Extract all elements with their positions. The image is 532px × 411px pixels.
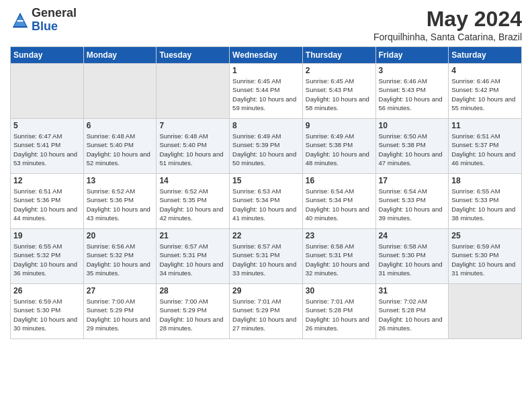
week-row-2: 12Sunrise: 6:51 AM Sunset: 5:36 PM Dayli… <box>11 174 522 229</box>
day-cell: 14Sunrise: 6:52 AM Sunset: 5:35 PM Dayli… <box>157 174 230 229</box>
day-number: 5 <box>13 121 81 130</box>
day-cell <box>11 64 84 119</box>
day-cell: 1Sunrise: 6:45 AM Sunset: 5:44 PM Daylig… <box>230 64 303 119</box>
header: General Blue May 2024 Forquilhinha, Sant… <box>10 7 522 42</box>
day-cell: 24Sunrise: 6:58 AM Sunset: 5:30 PM Dayli… <box>375 229 449 284</box>
day-info: Sunrise: 6:59 AM Sunset: 5:30 PM Dayligh… <box>451 242 519 277</box>
day-info: Sunrise: 6:59 AM Sunset: 5:30 PM Dayligh… <box>13 297 81 332</box>
day-number: 10 <box>379 121 446 130</box>
day-info: Sunrise: 6:48 AM Sunset: 5:40 PM Dayligh… <box>159 132 226 167</box>
day-number: 24 <box>379 231 446 240</box>
day-info: Sunrise: 6:47 AM Sunset: 5:41 PM Dayligh… <box>13 132 81 167</box>
day-info: Sunrise: 6:52 AM Sunset: 5:36 PM Dayligh… <box>87 187 154 222</box>
day-cell: 26Sunrise: 6:59 AM Sunset: 5:30 PM Dayli… <box>11 284 84 339</box>
week-row-4: 26Sunrise: 6:59 AM Sunset: 5:30 PM Dayli… <box>11 284 522 339</box>
week-row-3: 19Sunrise: 6:55 AM Sunset: 5:32 PM Dayli… <box>11 229 522 284</box>
day-number: 19 <box>13 231 81 240</box>
day-cell: 10Sunrise: 6:50 AM Sunset: 5:38 PM Dayli… <box>375 119 449 174</box>
day-info: Sunrise: 6:58 AM Sunset: 5:31 PM Dayligh… <box>306 242 373 277</box>
day-cell: 19Sunrise: 6:55 AM Sunset: 5:32 PM Dayli… <box>11 229 84 284</box>
day-info: Sunrise: 6:45 AM Sunset: 5:44 PM Dayligh… <box>232 77 300 112</box>
day-info: Sunrise: 6:57 AM Sunset: 5:31 PM Dayligh… <box>159 242 226 277</box>
day-number: 31 <box>379 286 446 295</box>
day-number: 9 <box>306 121 373 130</box>
location: Forquilhinha, Santa Catarina, Brazil <box>373 32 522 42</box>
logo: General Blue <box>10 7 77 34</box>
day-cell: 15Sunrise: 6:53 AM Sunset: 5:34 PM Dayli… <box>230 174 303 229</box>
week-row-1: 5Sunrise: 6:47 AM Sunset: 5:41 PM Daylig… <box>11 119 522 174</box>
day-number: 16 <box>306 176 373 185</box>
day-info: Sunrise: 6:55 AM Sunset: 5:33 PM Dayligh… <box>451 187 519 222</box>
day-cell: 18Sunrise: 6:55 AM Sunset: 5:33 PM Dayli… <box>449 174 522 229</box>
day-cell: 4Sunrise: 6:46 AM Sunset: 5:42 PM Daylig… <box>449 64 522 119</box>
day-cell: 30Sunrise: 7:01 AM Sunset: 5:28 PM Dayli… <box>302 284 375 339</box>
logo-blue: Blue <box>32 20 77 34</box>
day-info: Sunrise: 6:56 AM Sunset: 5:32 PM Dayligh… <box>87 242 154 277</box>
day-number: 15 <box>232 176 300 185</box>
day-cell: 20Sunrise: 6:56 AM Sunset: 5:32 PM Dayli… <box>83 229 157 284</box>
day-cell: 29Sunrise: 7:01 AM Sunset: 5:29 PM Dayli… <box>230 284 303 339</box>
day-cell: 22Sunrise: 6:57 AM Sunset: 5:31 PM Dayli… <box>230 229 303 284</box>
day-info: Sunrise: 6:54 AM Sunset: 5:33 PM Dayligh… <box>379 187 446 222</box>
day-number: 28 <box>159 286 226 295</box>
day-number: 4 <box>451 66 519 75</box>
month-year: May 2024 <box>373 7 522 32</box>
calendar-table: Sunday Monday Tuesday Wednesday Thursday… <box>10 46 522 339</box>
day-cell: 8Sunrise: 6:49 AM Sunset: 5:39 PM Daylig… <box>230 119 303 174</box>
day-cell: 7Sunrise: 6:48 AM Sunset: 5:40 PM Daylig… <box>157 119 230 174</box>
day-number: 18 <box>451 176 519 185</box>
day-info: Sunrise: 6:58 AM Sunset: 5:30 PM Dayligh… <box>379 242 446 277</box>
day-cell: 27Sunrise: 7:00 AM Sunset: 5:29 PM Dayli… <box>83 284 157 339</box>
day-cell: 11Sunrise: 6:51 AM Sunset: 5:37 PM Dayli… <box>449 119 522 174</box>
day-info: Sunrise: 6:52 AM Sunset: 5:35 PM Dayligh… <box>159 187 226 222</box>
day-info: Sunrise: 6:46 AM Sunset: 5:42 PM Dayligh… <box>451 77 519 112</box>
day-info: Sunrise: 6:57 AM Sunset: 5:31 PM Dayligh… <box>232 242 300 277</box>
day-cell: 9Sunrise: 6:49 AM Sunset: 5:38 PM Daylig… <box>302 119 375 174</box>
day-number: 27 <box>87 286 154 295</box>
day-number: 21 <box>159 231 226 240</box>
day-cell <box>449 284 522 339</box>
day-info: Sunrise: 6:49 AM Sunset: 5:39 PM Dayligh… <box>232 132 300 167</box>
day-number: 17 <box>379 176 446 185</box>
day-number: 3 <box>379 66 446 75</box>
week-row-0: 1Sunrise: 6:45 AM Sunset: 5:44 PM Daylig… <box>11 64 522 119</box>
day-cell: 6Sunrise: 6:48 AM Sunset: 5:40 PM Daylig… <box>83 119 157 174</box>
day-cell: 28Sunrise: 7:00 AM Sunset: 5:29 PM Dayli… <box>157 284 230 339</box>
calendar-page: General Blue May 2024 Forquilhinha, Sant… <box>0 0 532 411</box>
header-row: Sunday Monday Tuesday Wednesday Thursday… <box>11 47 522 64</box>
day-number: 6 <box>87 121 154 130</box>
day-number: 14 <box>159 176 226 185</box>
day-info: Sunrise: 6:51 AM Sunset: 5:37 PM Dayligh… <box>451 132 519 167</box>
day-number: 8 <box>232 121 300 130</box>
day-number: 11 <box>451 121 519 130</box>
day-info: Sunrise: 6:53 AM Sunset: 5:34 PM Dayligh… <box>232 187 300 222</box>
col-sunday: Sunday <box>11 47 84 64</box>
day-cell: 16Sunrise: 6:54 AM Sunset: 5:34 PM Dayli… <box>302 174 375 229</box>
day-number: 25 <box>451 231 519 240</box>
day-cell: 23Sunrise: 6:58 AM Sunset: 5:31 PM Dayli… <box>302 229 375 284</box>
day-cell: 31Sunrise: 7:02 AM Sunset: 5:28 PM Dayli… <box>375 284 449 339</box>
day-number: 30 <box>306 286 373 295</box>
logo-text: General Blue <box>32 7 77 34</box>
day-number: 29 <box>232 286 300 295</box>
day-number: 12 <box>13 176 81 185</box>
logo-general: General <box>32 7 77 20</box>
col-saturday: Saturday <box>449 47 522 64</box>
day-info: Sunrise: 7:01 AM Sunset: 5:29 PM Dayligh… <box>232 297 300 332</box>
day-cell: 25Sunrise: 6:59 AM Sunset: 5:30 PM Dayli… <box>449 229 522 284</box>
day-info: Sunrise: 6:48 AM Sunset: 5:40 PM Dayligh… <box>87 132 154 167</box>
col-tuesday: Tuesday <box>157 47 230 64</box>
day-info: Sunrise: 7:02 AM Sunset: 5:28 PM Dayligh… <box>379 297 446 332</box>
day-cell: 21Sunrise: 6:57 AM Sunset: 5:31 PM Dayli… <box>157 229 230 284</box>
day-info: Sunrise: 7:00 AM Sunset: 5:29 PM Dayligh… <box>87 297 154 332</box>
day-info: Sunrise: 7:01 AM Sunset: 5:28 PM Dayligh… <box>306 297 373 332</box>
col-friday: Friday <box>375 47 449 64</box>
day-cell <box>157 64 230 119</box>
day-info: Sunrise: 6:54 AM Sunset: 5:34 PM Dayligh… <box>306 187 373 222</box>
day-cell: 5Sunrise: 6:47 AM Sunset: 5:41 PM Daylig… <box>11 119 84 174</box>
day-info: Sunrise: 6:49 AM Sunset: 5:38 PM Dayligh… <box>306 132 373 167</box>
col-wednesday: Wednesday <box>230 47 303 64</box>
day-number: 20 <box>87 231 154 240</box>
day-number: 22 <box>232 231 300 240</box>
day-cell: 3Sunrise: 6:46 AM Sunset: 5:43 PM Daylig… <box>375 64 449 119</box>
